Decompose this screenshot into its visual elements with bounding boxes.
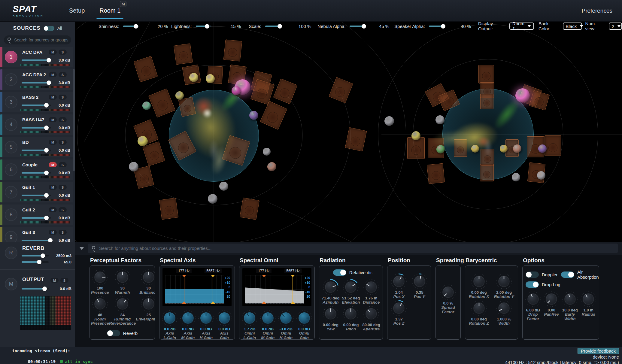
speaker-box[interactable] [427, 163, 445, 184]
knob-axis-gain[interactable]: 0.0 dBAxisGain [215, 310, 234, 340]
speaker-box[interactable] [478, 65, 494, 83]
source-sphere[interactable] [267, 162, 276, 171]
slider-thumb[interactable] [37, 260, 41, 264]
source-sphere[interactable] [142, 102, 151, 110]
slider-thumb[interactable] [42, 287, 47, 291]
source-item-bd[interactable]: 5BDMS0.0 dB [0, 137, 73, 157]
speaker-alpha--slider[interactable] [429, 26, 445, 27]
source-number-badge[interactable]: 1 [5, 51, 17, 63]
speaker-box[interactable] [545, 135, 561, 156]
knob-rotation-x[interactable]: 0.00 degRotation X [466, 273, 492, 299]
gain-slider-thumb[interactable] [44, 148, 49, 153]
frequency-marker[interactable] [264, 275, 264, 303]
speaker-box[interactable] [159, 198, 179, 220]
source-item-guit-2[interactable]: 8Guit 2MS0.0 dB [0, 205, 73, 225]
spectral-graph[interactable]: 177 Hz5657 Hz+20+100-10-20 [162, 268, 232, 306]
slider-thumb[interactable] [362, 24, 366, 29]
knob-pos-z[interactable]: 1.37Pos Z [389, 300, 409, 326]
knob-pos-y[interactable]: 0.35Pos Y [409, 273, 430, 299]
gain-slider-thumb[interactable] [47, 80, 51, 85]
knob-brilliance[interactable]: 30Brilliance [136, 269, 155, 295]
knob-running-reverberance[interactable]: 34RunningReverberance [109, 296, 136, 326]
gain-slider-thumb[interactable] [48, 238, 53, 242]
source-sphere[interactable] [537, 171, 545, 180]
gain-slider[interactable] [22, 59, 51, 61]
knob-warmth[interactable]: 30Warmth [109, 269, 136, 295]
mute-button[interactable]: M [49, 50, 57, 55]
knob-pos-x[interactable]: 1.04Pos X [389, 273, 409, 299]
spectral-graph[interactable]: 177 Hz5657 Hz+20+100-10-20 [242, 268, 311, 306]
speaker-box[interactable] [223, 39, 242, 61]
gain-slider[interactable] [22, 240, 51, 241]
knob-envelopment[interactable]: 25Envelopment [136, 296, 155, 326]
source-sphere[interactable] [189, 73, 198, 82]
solo-button[interactable]: S [59, 185, 67, 190]
gain-slider[interactable] [22, 150, 51, 151]
solo-button[interactable]: S [59, 95, 67, 100]
mute-button[interactable]: M [49, 207, 57, 212]
knob-panrev[interactable]: 0.00PanRev [542, 291, 561, 321]
drop-log-toggle[interactable] [526, 281, 539, 288]
source-sphere[interactable] [436, 145, 445, 153]
knob-distance[interactable]: 1.76 mDistance [361, 279, 381, 305]
tab-room-1[interactable]: Room 1M [92, 0, 128, 22]
slider-thumb[interactable] [41, 253, 45, 258]
source-number-badge[interactable]: 9 [5, 231, 17, 242]
knob-pitch[interactable]: 0.00 degPitch [341, 305, 361, 332]
speaker-box[interactable] [480, 94, 493, 109]
source-item-couple[interactable]: 6CoupleMS0.0 dB [0, 159, 73, 180]
gain-slider-thumb[interactable] [44, 103, 49, 108]
gain-slider[interactable] [22, 105, 51, 106]
source-number-badge[interactable]: 4 [5, 118, 17, 131]
source-number-badge[interactable]: 8 [5, 208, 17, 221]
mute-button[interactable]: M [49, 117, 57, 122]
knob-omni-l-gain[interactable]: 1.7 dBOmniL.Gain [241, 310, 259, 340]
speaker-box[interactable] [174, 43, 193, 65]
source-sphere[interactable] [249, 111, 258, 120]
frequency-marker[interactable] [213, 275, 213, 303]
knob-omni-gain[interactable]: 0.0 dBOmniGain [295, 310, 314, 340]
solo-button[interactable]: S [60, 278, 68, 283]
slider-thumb[interactable] [441, 24, 445, 29]
mute-button[interactable]: M [49, 140, 57, 145]
selected-source-sphere[interactable] [515, 88, 530, 103]
slider-thumb[interactable] [205, 24, 209, 29]
knob-spread-factor[interactable]: 0.0 %SpreadFactor [437, 284, 459, 314]
doppler-toggle[interactable] [526, 271, 539, 278]
reverb-slider[interactable] [22, 255, 49, 256]
source-sphere[interactable] [232, 86, 241, 95]
knob-rotation-y[interactable]: 2.00 degRotation Y [492, 273, 517, 299]
mute-button[interactable]: M [49, 95, 57, 100]
shininess--slider[interactable] [123, 26, 139, 27]
source-number-badge[interactable]: 6 [5, 163, 17, 176]
reverb-slider[interactable] [22, 261, 49, 263]
solo-button[interactable]: S [59, 162, 67, 167]
property-search-input[interactable] [88, 244, 618, 253]
source-sphere[interactable] [435, 115, 445, 124]
source-sphere[interactable] [175, 91, 184, 100]
reverb-badge[interactable]: R [5, 247, 17, 259]
slider-thumb[interactable] [278, 24, 282, 29]
gain-slider[interactable] [22, 82, 51, 83]
source-item-guit-1[interactable]: 7Guit 1MS0.0 dB [0, 182, 73, 202]
gain-slider[interactable] [22, 217, 51, 219]
scale--slider[interactable] [265, 26, 281, 27]
nebula-alpha--slider[interactable] [350, 26, 365, 27]
source-sphere[interactable] [471, 145, 479, 153]
display-output--dropdown[interactable]: Room 1 [509, 23, 534, 30]
knob-omni-m-gain[interactable]: 0.0 dBOmniM.Gain [259, 310, 277, 340]
source-sphere[interactable] [206, 74, 215, 83]
source-item-guit-3[interactable]: 9Guit 3MS5.9 dB [0, 227, 73, 242]
back-color--dropdown[interactable]: Black [563, 23, 582, 30]
mute-button[interactable]: M [49, 185, 57, 190]
mute-button[interactable]: M [49, 230, 57, 235]
knob-omni-h-gain[interactable]: -3.8 dBOmniH.Gain [277, 310, 295, 340]
gain-slider[interactable] [22, 195, 51, 196]
knob-room-presence[interactable]: 48RoomPresence [91, 296, 109, 326]
mute-button[interactable]: M [50, 278, 59, 283]
gain-slider-thumb[interactable] [44, 193, 49, 198]
solo-button[interactable]: S [59, 50, 67, 55]
solo-button[interactable]: S [59, 72, 67, 77]
solo-button[interactable]: S [59, 117, 67, 122]
preferences-link[interactable]: Preferences [582, 8, 612, 14]
